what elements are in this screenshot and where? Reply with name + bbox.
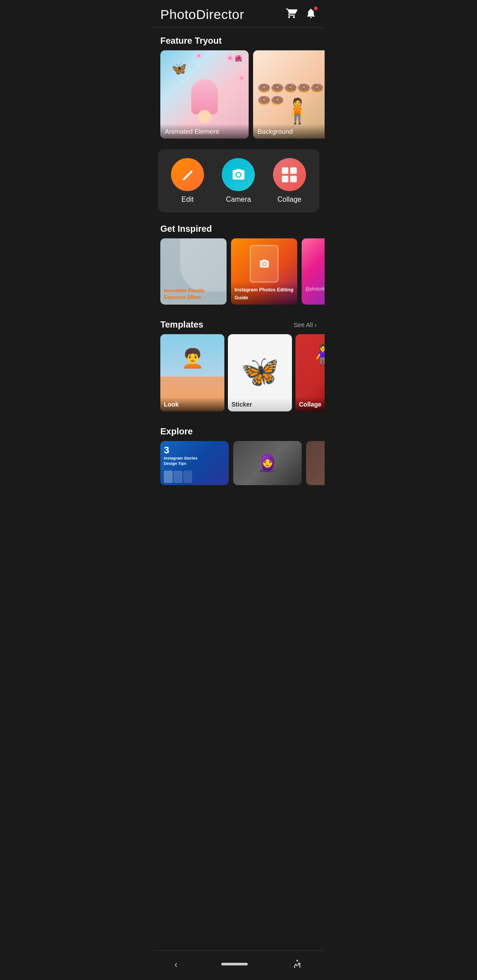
collage-circle xyxy=(273,158,306,191)
explore-card-outdoor[interactable]: 🎹 xyxy=(306,441,325,485)
inspired-card-photodirector[interactable]: @photodirector_app xyxy=(302,238,325,305)
ig-camera-icon xyxy=(259,259,269,269)
feature-tryout-title: Feature Tryout xyxy=(160,36,222,46)
template-card-look[interactable]: 🧑‍🦱 Look xyxy=(160,334,224,411)
sticker-label: Sticker xyxy=(228,397,292,411)
app-header: PhotoDirector xyxy=(152,0,325,28)
feature-tryout-header: Feature Tryout xyxy=(152,28,325,50)
template-card-collage[interactable]: 👫 ❤️ Collage xyxy=(295,334,325,411)
actions-section: Edit Camera xyxy=(158,149,319,212)
template-card-sticker[interactable]: 🦋 Sticker xyxy=(228,334,292,411)
explore-header: Explore xyxy=(152,418,325,441)
ig-phone-frame xyxy=(250,245,279,283)
edit-action[interactable]: Edit xyxy=(171,158,204,204)
explore-card-stories[interactable]: 3 Instagram StoriesDesign Tips xyxy=(160,441,229,485)
templates-title: Templates xyxy=(160,320,203,330)
couple-emoji: 👫 xyxy=(315,343,325,366)
feature-card-animated[interactable]: 🦋 🌸🌺 🌸 🌸 Animated Element xyxy=(160,50,249,139)
notification-dot xyxy=(314,7,318,10)
edit-circle xyxy=(171,158,204,191)
story-icons xyxy=(164,471,192,483)
templates-header: Templates See All › xyxy=(152,312,325,334)
edit-label: Edit xyxy=(182,196,194,204)
camera-action[interactable]: Camera xyxy=(222,158,255,204)
feature-card-background[interactable]: 🍩🍩🍩🍩🍩🍩🍩🍩 🧍 Background xyxy=(253,50,325,139)
double-exposure-label: Incredible Double Exposure Effect xyxy=(164,287,223,301)
flower-2: 🌸 xyxy=(238,75,245,81)
collage-icon xyxy=(282,167,297,182)
portrait-icon: 🧕 xyxy=(257,453,278,473)
stories-tips-content: 3 Instagram StoriesDesign Tips xyxy=(164,445,225,466)
collage-action[interactable]: Collage xyxy=(273,158,306,204)
collage-label: Collage xyxy=(277,196,301,204)
camera-icon xyxy=(231,168,246,182)
explore-card-portrait[interactable]: 🧕 xyxy=(233,441,302,485)
inspired-card-double-exposure[interactable]: Incredible Double Exposure Effect xyxy=(160,238,227,305)
header-icons xyxy=(286,8,317,22)
explore-title: Explore xyxy=(160,426,193,437)
get-inspired-header: Get Inspired xyxy=(152,216,325,238)
person-figure xyxy=(191,79,218,123)
collage-template-label: Collage xyxy=(295,397,325,411)
camera-circle xyxy=(222,158,255,191)
explore-scroll: 3 Instagram StoriesDesign Tips 🧕 🎹 ▶ xyxy=(152,441,325,492)
flower-3: 🌸 xyxy=(196,53,202,59)
get-inspired-title: Get Inspired xyxy=(160,224,212,234)
inspired-scroll: Incredible Double Exposure Effect Instag… xyxy=(152,238,325,312)
butterfly-sticker: 🦋 xyxy=(241,353,279,389)
animated-card-label: Animated Element xyxy=(160,124,249,139)
flowers-decoration: 🌸🌺 xyxy=(226,54,242,62)
inspired-card-instagram[interactable]: Instagram Photos Editing Guide xyxy=(231,238,297,305)
see-all-button[interactable]: See All › xyxy=(294,321,317,328)
ig-label-container: Instagram Photos Editing Guide xyxy=(231,282,297,305)
person-overlay: 🧍 xyxy=(282,97,313,125)
cart-icon xyxy=(286,8,297,19)
background-card-label: Background xyxy=(253,124,325,139)
edit-icon xyxy=(181,168,195,182)
cart-button[interactable] xyxy=(286,8,297,22)
camera-label: Camera xyxy=(226,196,251,204)
templates-grid: 🧑‍🦱 Look 🦋 Sticker 👫 ❤️ Collage 🏃 WINWIT… xyxy=(152,334,325,418)
look-label: Look xyxy=(160,397,224,411)
feature-tryout-scroll: 🦋 🌸🌺 🌸 🌸 Animated Element 🍩🍩🍩🍩🍩🍩🍩🍩 🧍 xyxy=(152,50,325,146)
actions-grid: Edit Camera xyxy=(162,158,315,204)
instagram-logo xyxy=(324,256,325,278)
ig-logo xyxy=(324,256,325,282)
pd-handle: @photodirector_app xyxy=(305,286,325,291)
app-title: PhotoDirector xyxy=(160,7,244,22)
butterfly-decoration: 🦋 xyxy=(171,61,187,76)
main-content: Feature Tryout 🦋 🌸🌺 🌸 🌸 Animated Elemen xyxy=(152,28,325,523)
notification-button[interactable] xyxy=(305,8,317,22)
